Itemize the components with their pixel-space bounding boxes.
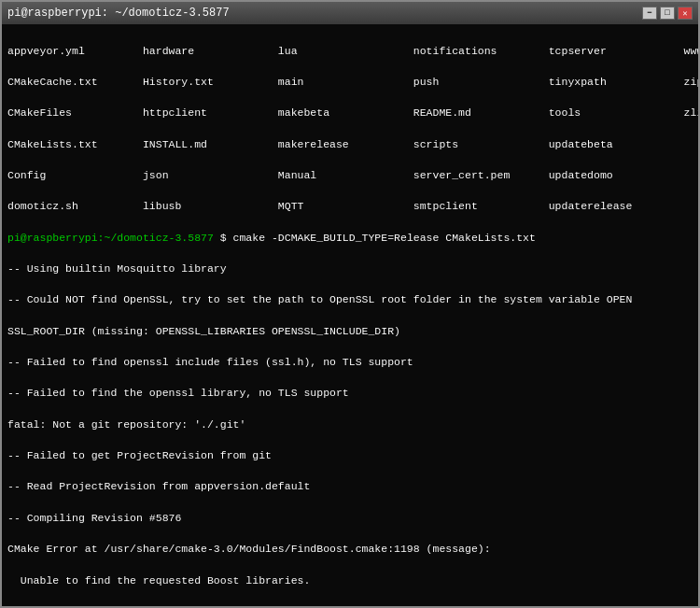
minimize-button[interactable]: −	[642, 7, 657, 20]
terminal-body[interactable]: appveyor.yml hardware lua notifications …	[2, 24, 698, 606]
terminal-line	[7, 604, 693, 606]
terminal-line: domoticz.sh libusb MQTT smtpclient updat…	[7, 199, 693, 215]
close-button[interactable]: ✕	[678, 7, 693, 20]
terminal-line: Unable to find the requested Boost libra…	[7, 573, 693, 589]
terminal-line: CMakeCache.txt History.txt main push tin…	[7, 75, 693, 91]
terminal-line: Config json Manual server_cert.pem updat…	[7, 168, 693, 184]
maximize-button[interactable]: □	[660, 7, 675, 20]
terminal-line: fatal: Not a git repository: './.git'	[7, 417, 693, 433]
titlebar: pi@raspberrypi: ~/domoticz-3.5877 − □ ✕	[2, 2, 698, 24]
terminal-window: pi@raspberrypi: ~/domoticz-3.5877 − □ ✕ …	[0, 0, 700, 608]
terminal-line: -- Failed to get ProjectRevision from gi…	[7, 448, 693, 464]
terminal-line: -- Failed to find openssl include files …	[7, 355, 693, 371]
terminal-line: CMakeFiles httpclient makebeta README.md…	[7, 106, 693, 121]
terminal-line: appveyor.yml hardware lua notifications …	[7, 44, 693, 60]
terminal-line: CMake Error at /usr/share/cmake-3.0/Modu…	[7, 542, 693, 558]
terminal-line: CMakeLists.txt INSTALL.md makerelease sc…	[7, 137, 693, 153]
terminal-line: -- Read ProjectRevision from appversion.…	[7, 479, 693, 495]
window-controls: − □ ✕	[642, 7, 693, 20]
terminal-line: -- Could NOT find OpenSSL, try to set th…	[7, 292, 693, 308]
terminal-line: -- Compiling Revision #5876	[7, 511, 693, 527]
window-title: pi@raspberrypi: ~/domoticz-3.5877	[7, 7, 230, 20]
terminal-line: SSL_ROOT_DIR (missing: OPENSSL_LIBRARIES…	[7, 324, 693, 340]
terminal-line: -- Failed to find the openssl library, n…	[7, 386, 693, 402]
terminal-line: pi@raspberrypi:~/domoticz-3.5877 $ cmake…	[7, 231, 693, 247]
terminal-line: -- Using builtin Mosquitto library	[7, 262, 693, 277]
